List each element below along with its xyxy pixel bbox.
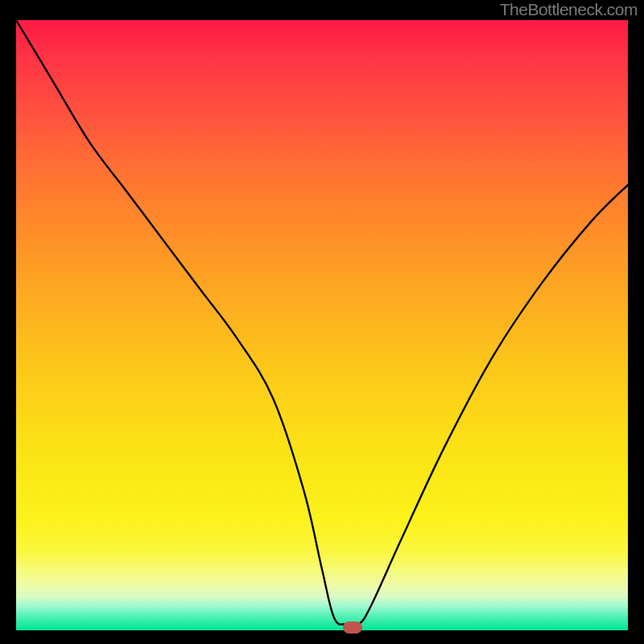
attribution-label: TheBottleneck.com [500, 0, 638, 19]
optimal-marker [343, 621, 362, 634]
bottleneck-curve [16, 20, 628, 630]
chart-frame: TheBottleneck.com [0, 0, 644, 644]
plot-area [16, 20, 628, 630]
